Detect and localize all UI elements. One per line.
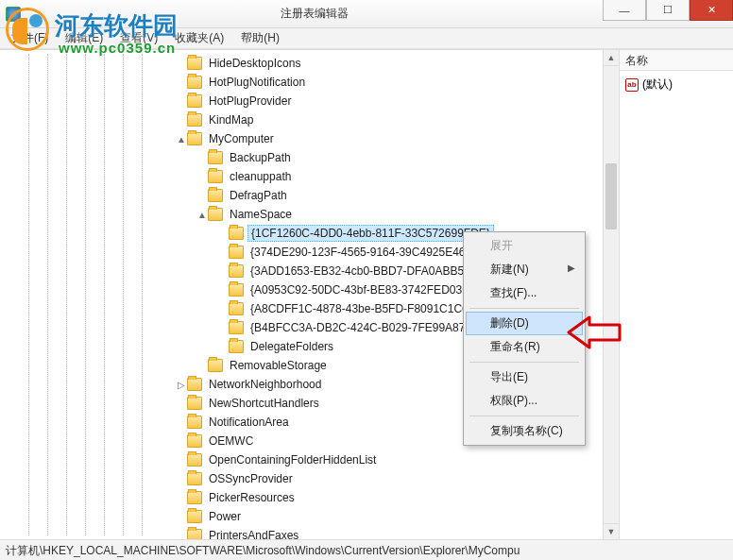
menu-view[interactable]: 查看(V): [112, 28, 165, 48]
app-icon: [6, 7, 21, 22]
window-title: 注册表编辑器: [26, 6, 603, 22]
folder-icon: [229, 227, 244, 240]
values-header-name[interactable]: 名称: [620, 50, 733, 71]
menu-favorites[interactable]: 收藏夹(A): [167, 28, 231, 48]
ctx-rename[interactable]: 重命名(R): [466, 335, 583, 359]
folder-icon: [187, 453, 202, 467]
tree-item[interactable]: PickerResources: [0, 488, 619, 507]
minimize-button[interactable]: —: [603, 0, 646, 21]
ctx-find[interactable]: 查找(F)...: [466, 281, 583, 305]
folder-icon: [229, 302, 244, 315]
expand-toggle-icon[interactable]: ▷: [176, 380, 187, 390]
ctx-new[interactable]: 新建(N)▶: [466, 258, 583, 281]
tree-item[interactable]: OpenContainingFolderHiddenList: [0, 450, 619, 469]
values-pane: 名称 ab (默认): [620, 50, 733, 539]
tree-item-label: Power: [206, 509, 244, 524]
tree-item-label: NewShortcutHandlers: [206, 396, 322, 411]
tree-item-label: OpenContainingFolderHiddenList: [206, 452, 379, 467]
tree-item[interactable]: Power: [0, 507, 619, 526]
tree-scrollbar[interactable]: ▲ ▼: [603, 50, 619, 539]
ctx-export[interactable]: 导出(E): [466, 365, 583, 389]
tree-item-label: cleanuppath: [227, 169, 294, 184]
folder-icon: [187, 57, 202, 70]
ctx-separator: [469, 416, 579, 416]
folder-icon: [229, 246, 244, 259]
submenu-arrow-icon: ▶: [568, 263, 575, 273]
ctx-new-label: 新建(N): [490, 263, 529, 276]
tree-item[interactable]: DefragPath: [0, 186, 619, 205]
folder-icon: [187, 397, 202, 410]
folder-icon: [187, 113, 202, 127]
expand-toggle-icon[interactable]: ▲: [196, 210, 208, 220]
close-button[interactable]: ✕: [690, 0, 733, 21]
tree-item-label: DelegateFolders: [247, 339, 336, 354]
tree-item[interactable]: KindMap: [0, 110, 619, 129]
tree-item[interactable]: PrintersAndFaxes: [0, 526, 619, 539]
tree-item-label: OSSyncProvider: [206, 471, 296, 486]
tree-item-label: NameSpace: [227, 207, 295, 222]
folder-icon: [187, 132, 202, 145]
tree-item[interactable]: HotPlugProvider: [0, 92, 619, 110]
tree-item-label: {374DE290-123F-4565-9164-39C4925E467B}: [247, 245, 486, 260]
scrollbar-down-icon[interactable]: ▼: [604, 523, 619, 539]
folder-icon: [187, 472, 202, 485]
string-value-icon: ab: [625, 78, 639, 92]
tree-item-label: PrintersAndFaxes: [206, 528, 301, 539]
tree-item[interactable]: HideDesktopIcons: [0, 54, 619, 73]
folder-icon: [229, 321, 244, 334]
tree-item-label: {B4BFCC3A-DB2C-424C-B029-7FE99A87C641: [247, 320, 495, 335]
menu-edit[interactable]: 编辑(E): [58, 28, 111, 48]
folder-icon: [187, 378, 202, 391]
tree-item-label: {A8CDFF1C-4878-43be-B5FD-F8091C1C60D0: [247, 301, 492, 316]
folder-icon: [187, 491, 202, 504]
statusbar: 计算机\HKEY_LOCAL_MACHINE\SOFTWARE\Microsof…: [0, 539, 733, 560]
tree-item-label: BackupPath: [227, 150, 294, 165]
close-icon: ✕: [707, 4, 716, 16]
tree-item-label: NotificationArea: [206, 415, 292, 430]
value-row-default[interactable]: ab (默认): [625, 75, 727, 94]
tree-item-label: HotPlugNotification: [206, 75, 308, 90]
ctx-permissions[interactable]: 权限(P)...: [466, 389, 583, 413]
folder-icon: [187, 76, 202, 89]
maximize-button[interactable]: ☐: [646, 0, 690, 21]
folder-icon: [187, 94, 202, 108]
tree-item-label: NetworkNeighborhood: [206, 377, 324, 392]
folder-icon: [187, 529, 202, 539]
menu-help[interactable]: 帮助(H): [233, 28, 287, 48]
folder-icon: [208, 208, 223, 221]
tree-item[interactable]: cleanuppath: [0, 167, 619, 186]
folder-icon: [187, 416, 202, 429]
folder-icon: [187, 434, 202, 448]
folder-icon: [208, 151, 223, 164]
maximize-icon: ☐: [663, 4, 673, 16]
scrollbar-up-icon[interactable]: ▲: [604, 50, 619, 66]
tree-item[interactable]: HotPlugNotification: [0, 73, 619, 92]
ctx-separator: [469, 308, 579, 309]
tree-item[interactable]: BackupPath: [0, 148, 619, 167]
folder-icon: [187, 510, 202, 523]
tree-item[interactable]: OSSyncProvider: [0, 469, 619, 488]
ctx-copy-key-name[interactable]: 复制项名称(C): [466, 419, 583, 443]
menubar: 文件(F) 编辑(E) 查看(V) 收藏夹(A) 帮助(H): [0, 28, 733, 49]
tree-item-label: MyComputer: [206, 131, 277, 146]
folder-icon: [229, 340, 244, 353]
ctx-delete[interactable]: 删除(D): [466, 312, 583, 335]
folder-icon: [229, 264, 244, 278]
tree-item[interactable]: ▲NameSpace: [0, 205, 619, 224]
content-area: HideDesktopIconsHotPlugNotificationHotPl…: [0, 49, 733, 539]
menu-file[interactable]: 文件(F): [4, 28, 56, 48]
tree-item-label: HideDesktopIcons: [206, 56, 303, 71]
tree-item-label: RemovableStorage: [227, 358, 330, 373]
folder-icon: [208, 359, 223, 372]
tree-item-label: KindMap: [206, 112, 256, 127]
statusbar-path: 计算机\HKEY_LOCAL_MACHINE\SOFTWARE\Microsof…: [6, 544, 520, 557]
ctx-expand[interactable]: 展开: [466, 234, 583, 258]
folder-icon: [208, 170, 223, 183]
minimize-icon: —: [620, 5, 630, 16]
scrollbar-thumb[interactable]: [605, 163, 617, 229]
tree-item[interactable]: ▲MyComputer: [0, 129, 619, 148]
titlebar: 注册表编辑器 — ☐ ✕: [0, 0, 733, 28]
ctx-separator: [469, 362, 579, 363]
tree-item-label: {3ADD1653-EB32-4cb0-BBD7-DFA0ABB5ACC: [247, 263, 490, 279]
expand-toggle-icon[interactable]: ▲: [176, 134, 187, 144]
